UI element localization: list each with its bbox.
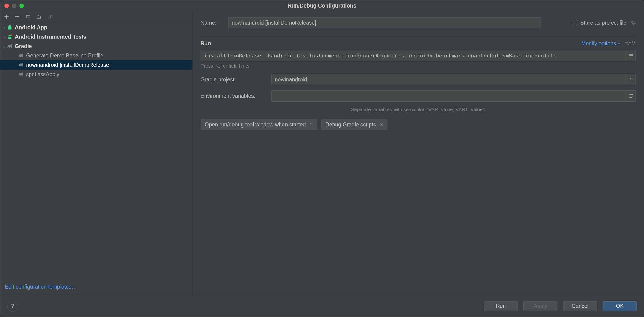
browse-project-button[interactable] [626, 74, 636, 85]
svg-rect-3 [630, 54, 633, 55]
svg-rect-5 [630, 57, 632, 58]
sort-button[interactable] [47, 14, 53, 20]
chevron-icon[interactable]: › [2, 34, 7, 40]
store-as-project-checkbox[interactable] [572, 20, 578, 26]
env-vars-hint: Separate variables with semicolon: VAR=v… [200, 107, 636, 112]
save-folder-button[interactable] [36, 14, 42, 20]
window-title: Run/Debug Configurations [288, 2, 356, 9]
android-test-icon [7, 34, 13, 40]
chevron-down-icon [618, 42, 621, 45]
run-arguments-input[interactable] [200, 50, 626, 61]
config-tree: ›Android App›Android Instrumented Tests⌄… [0, 22, 192, 280]
tree-item-label: nowinandroid [installDemoRelease] [26, 62, 111, 68]
tree-item-label: Gradle [15, 43, 32, 50]
option-chip[interactable]: Debug Gradle scripts✕ [321, 119, 388, 130]
gear-icon[interactable] [631, 20, 636, 25]
copy-config-button[interactable] [25, 14, 31, 20]
add-config-button[interactable] [4, 14, 10, 20]
ok-button[interactable]: OK [603, 301, 637, 311]
env-vars-input[interactable] [271, 90, 626, 102]
divider [200, 36, 636, 36]
modify-options-shortcut: ⌥M [625, 40, 636, 47]
modify-options-link[interactable]: Modify options [582, 40, 621, 47]
help-button[interactable]: ? [7, 301, 18, 312]
modify-options-label: Modify options [582, 40, 616, 47]
chip-remove-icon[interactable]: ✕ [309, 122, 313, 127]
chip-label: Open run/debug tool window when started [205, 122, 306, 128]
remove-config-button[interactable] [14, 14, 20, 20]
name-input[interactable] [228, 17, 541, 28]
tree-item[interactable]: spotlessApply [0, 70, 192, 79]
chip-label: Debug Gradle scripts [325, 122, 376, 128]
gradle-project-input[interactable] [271, 74, 626, 85]
tree-item-label: Android App [15, 24, 47, 31]
tree-item[interactable]: ›Android App [0, 23, 192, 32]
env-vars-expand-button[interactable] [626, 90, 636, 102]
gradle-icon [18, 62, 24, 68]
run-button[interactable]: Run [484, 301, 518, 311]
tree-item[interactable]: nowinandroid [installDemoRelease] [0, 60, 192, 70]
gradle-group-icon [7, 43, 13, 49]
android-icon [7, 24, 13, 30]
window-minimize-icon[interactable] [12, 4, 16, 8]
expand-field-button[interactable] [626, 50, 636, 61]
tree-item[interactable]: Generate Demo Baseline Profile [0, 51, 192, 60]
svg-rect-6 [630, 94, 633, 95]
store-as-project-label: Store as project file [580, 20, 626, 26]
gradle-icon [18, 52, 24, 58]
window-close-icon[interactable] [4, 4, 9, 8]
svg-rect-8 [630, 97, 632, 98]
svg-rect-1 [27, 16, 30, 19]
name-label: Name: [200, 20, 228, 26]
chevron-icon[interactable]: ⌄ [2, 44, 7, 49]
svg-point-2 [10, 34, 12, 36]
svg-rect-7 [630, 96, 633, 96]
tree-item[interactable]: ›Android Instrumented Tests [0, 32, 192, 42]
window-zoom-icon[interactable] [20, 4, 24, 8]
tree-item[interactable]: ⌄Gradle [0, 42, 192, 51]
chip-remove-icon[interactable]: ✕ [379, 122, 383, 127]
tree-item-label: spotlessApply [26, 71, 59, 78]
titlebar: Run/Debug Configurations [0, 0, 644, 12]
apply-button: Apply [524, 301, 558, 311]
tree-item-label: Android Instrumented Tests [15, 34, 86, 40]
cancel-button[interactable]: Cancel [563, 301, 597, 311]
field-hint: Press ⌥ for field hints [200, 63, 636, 69]
edit-templates-link[interactable]: Edit configuration templates… [0, 280, 192, 295]
config-toolbar [0, 12, 192, 22]
gradle-icon [18, 71, 24, 77]
gradle-project-label: Gradle project: [200, 76, 271, 83]
svg-rect-4 [630, 55, 633, 56]
option-chip[interactable]: Open run/debug tool window when started✕ [200, 119, 317, 130]
tree-item-label: Generate Demo Baseline Profile [26, 52, 104, 59]
option-chips: Open run/debug tool window when started✕… [200, 119, 636, 130]
chevron-icon[interactable]: › [2, 25, 7, 30]
run-section-title: Run [200, 40, 211, 47]
env-vars-label: Environment variables: [200, 93, 271, 99]
